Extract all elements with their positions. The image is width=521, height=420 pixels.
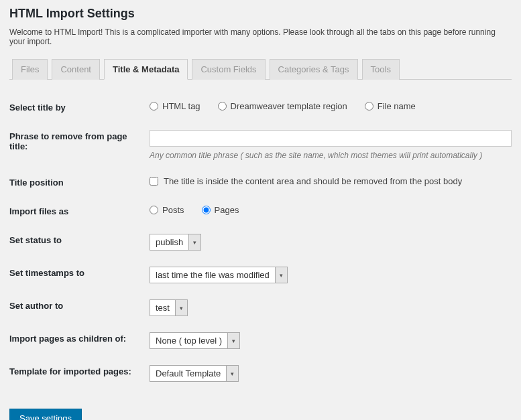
- tab-categories-tags[interactable]: Categories & Tags: [270, 59, 358, 80]
- tab-content[interactable]: Content: [52, 59, 100, 80]
- tab-custom-fields[interactable]: Custom Fields: [192, 59, 265, 80]
- label-set-timestamps: Set timestamps to: [9, 259, 150, 291]
- label-import-children: Import pages as children of:: [9, 324, 150, 357]
- radio-posts-label: Posts: [162, 205, 184, 215]
- radio-file-name-label: File name: [378, 101, 416, 111]
- label-select-title-by: Select title by: [9, 93, 150, 122]
- template-select-value: Default Template: [150, 366, 226, 381]
- radio-file-name[interactable]: File name: [365, 101, 416, 111]
- title-position-text: The title is inside the content area and…: [164, 176, 462, 186]
- chevron-down-icon: ▾: [275, 267, 287, 283]
- label-phrase-remove: Phrase to remove from page title:: [9, 122, 150, 168]
- label-set-status: Set status to: [9, 226, 150, 259]
- title-position-checkbox[interactable]: [150, 177, 158, 186]
- children-select[interactable]: None ( top level ) ▾: [150, 332, 240, 349]
- author-select-value: test: [150, 300, 175, 316]
- radio-html-tag[interactable]: HTML tag: [150, 101, 200, 111]
- tab-tools[interactable]: Tools: [362, 59, 400, 80]
- children-select-value: None ( top level ): [150, 333, 227, 348]
- radio-pages-input[interactable]: [202, 206, 211, 214]
- author-select[interactable]: test ▾: [150, 299, 188, 316]
- phrase-remove-input[interactable]: [150, 130, 512, 147]
- chevron-down-icon: ▾: [188, 234, 200, 250]
- title-position-checkbox-label[interactable]: The title is inside the content area and…: [150, 176, 512, 186]
- timestamps-select[interactable]: last time the file was modified ▾: [150, 267, 288, 283]
- settings-form: Select title by HTML tag Dreamweaver tem…: [9, 93, 512, 390]
- radio-pages[interactable]: Pages: [202, 205, 239, 215]
- intro-text: Welcome to HTML Import! This is a compli…: [9, 27, 512, 46]
- radio-html-tag-label: HTML tag: [162, 101, 200, 111]
- template-select[interactable]: Default Template ▾: [150, 365, 239, 382]
- phrase-remove-description: Any common title phrase ( such as the si…: [150, 151, 512, 160]
- radio-posts[interactable]: Posts: [150, 205, 184, 215]
- radio-posts-input[interactable]: [150, 206, 158, 214]
- label-set-author: Set author to: [9, 291, 150, 324]
- chevron-down-icon: ▾: [226, 366, 238, 381]
- label-title-position: Title position: [9, 168, 150, 197]
- save-settings-button[interactable]: Save settings: [9, 409, 82, 420]
- label-template-pages: Template for imported pages:: [9, 357, 150, 390]
- radio-dreamweaver-input[interactable]: [218, 102, 227, 111]
- tab-files[interactable]: Files: [12, 59, 48, 80]
- radio-html-tag-input[interactable]: [150, 102, 158, 111]
- radio-dreamweaver-label: Dreamweaver template region: [231, 101, 347, 111]
- chevron-down-icon: ▾: [227, 333, 239, 348]
- status-select[interactable]: publish ▾: [150, 234, 201, 251]
- timestamps-select-value: last time the file was modified: [150, 267, 275, 283]
- tab-title-metadata[interactable]: Title & Metadata: [104, 59, 188, 80]
- radio-file-name-input[interactable]: [365, 102, 373, 111]
- chevron-down-icon: ▾: [175, 300, 187, 316]
- radio-dreamweaver[interactable]: Dreamweaver template region: [218, 101, 347, 111]
- page-title: HTML Import Settings: [9, 7, 512, 21]
- status-select-value: publish: [150, 234, 188, 250]
- label-import-files-as: Import files as: [9, 197, 150, 226]
- tabs-nav: Files Content Title & Metadata Custom Fi…: [9, 58, 512, 80]
- radio-pages-label: Pages: [215, 205, 239, 215]
